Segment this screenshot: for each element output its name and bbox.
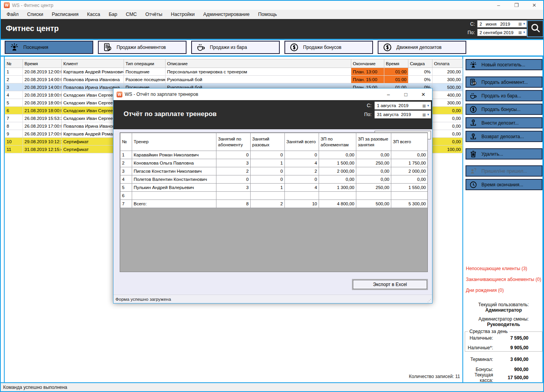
salary-col-header[interactable]: № bbox=[120, 133, 132, 151]
visits-col-header[interactable]: Тип операции bbox=[124, 59, 166, 68]
salary-col-header[interactable]: ЗП всего bbox=[391, 133, 428, 151]
visit-cell: 0,00 bbox=[432, 138, 463, 146]
make-deposit-button[interactable]: Внести депозит... bbox=[466, 117, 542, 128]
salary-cell: 2 bbox=[285, 167, 319, 175]
salary-row[interactable]: 6 bbox=[120, 192, 428, 200]
app-logo-icon: W bbox=[117, 92, 122, 97]
salary-row[interactable]: 7Всего:82104 800,00500,005 300,00 bbox=[120, 200, 428, 208]
link-expiring-subscriptions[interactable]: Заканчивающиеся абонементы (0) bbox=[466, 277, 541, 282]
dollar-icon bbox=[469, 105, 478, 114]
salary-col-header[interactable]: Занятий разовых bbox=[251, 133, 285, 151]
salary-col-header[interactable]: Занятий по абонементу bbox=[216, 133, 251, 151]
sell-bonuses-button[interactable]: Продать бонусы... bbox=[466, 104, 542, 115]
resize-grip[interactable]: ⋰ bbox=[427, 298, 431, 303]
visitor-icon bbox=[9, 42, 21, 52]
salary-cell: 1 550,00 bbox=[391, 184, 428, 192]
date-from-input[interactable]: 2 июня 2019 ▦ ▼ bbox=[477, 20, 527, 28]
visits-col-header[interactable]: № bbox=[5, 59, 23, 68]
salary-row[interactable]: 4Полетов Валентин Константинович0000,000… bbox=[120, 175, 428, 184]
salary-col-header[interactable]: Тренер bbox=[132, 133, 216, 151]
menu-item-bar[interactable]: Бар bbox=[105, 10, 122, 19]
new-visitor-button[interactable]: Новый посетитель... bbox=[466, 59, 542, 70]
visit-cell: Рукопашный бой bbox=[166, 76, 351, 83]
menu-item-schedules[interactable]: Расписания bbox=[47, 10, 83, 19]
menu-item-cashdesk[interactable]: Касса bbox=[83, 10, 105, 19]
tab-visits[interactable]: Посещения bbox=[5, 41, 93, 54]
restore-button[interactable]: ❐ bbox=[507, 1, 525, 10]
delete-button[interactable]: Удалить... bbox=[466, 148, 542, 160]
refund-deposit-button[interactable]: Возврат депозита... bbox=[466, 131, 542, 142]
visit-cell: 21.08.2019 18:00:0 bbox=[23, 107, 62, 114]
visit-cell: 6 bbox=[5, 107, 23, 114]
search-button[interactable] bbox=[527, 20, 544, 37]
close-button[interactable]: ✕ bbox=[525, 1, 543, 10]
visit-cell: 01:00 bbox=[384, 76, 408, 83]
visits-col-header[interactable]: Оплата bbox=[432, 59, 463, 68]
salary-col-header[interactable]: ЗП по абонементам bbox=[319, 133, 356, 151]
salary-cell: 0 bbox=[251, 167, 285, 175]
salary-row[interactable]: 3Пигасов Константин Николаевич2022 000,0… bbox=[120, 167, 428, 175]
menu-item-reports[interactable]: Отчёты bbox=[141, 10, 167, 19]
salary-cell: 2 bbox=[120, 159, 132, 167]
export-excel-button[interactable]: Экспорт в Excel bbox=[352, 279, 428, 290]
visit-row[interactable]: 220.08.2019 14:00:0Повалова Ирина Иванов… bbox=[5, 76, 463, 83]
fund-value: 9 905,00 bbox=[498, 345, 543, 350]
salary-cell: Пигасов Константин Николаевич bbox=[132, 167, 216, 175]
salary-cell: 1 750,00 bbox=[391, 159, 428, 167]
trash-icon bbox=[469, 149, 478, 159]
salary-row[interactable]: 1Каравайкин Роман Николаевич0000,000,000… bbox=[120, 151, 428, 159]
tab-bonus-sales[interactable]: Продажи бонусов bbox=[284, 41, 373, 54]
salary-row[interactable]: 5Пулькин Андрей Валерьевич3141 300,00250… bbox=[120, 184, 428, 192]
tab-deposit-movements[interactable]: Движения депозитов bbox=[378, 41, 466, 54]
button-label: Продать абонемент... bbox=[481, 80, 528, 85]
dialog-status-text: Форма успешно загружена bbox=[115, 297, 171, 302]
dialog-date-from-label: С: bbox=[362, 103, 371, 108]
salary-col-header[interactable]: ЗП за разовые занятия bbox=[356, 133, 391, 151]
salary-col-header[interactable]: Занятий всего bbox=[285, 133, 319, 151]
dialog-date-from-input[interactable]: 1 августа 2019 ▦ ▼ bbox=[375, 102, 431, 109]
visit-cell: 01:00 bbox=[384, 68, 408, 76]
dialog-maximize-button[interactable]: □ bbox=[397, 88, 415, 100]
dialog-title: WS - Отчёт по зарплате тренеров bbox=[125, 92, 198, 97]
dialog-minimize-button[interactable]: – bbox=[380, 88, 397, 100]
date-to-input[interactable]: 2 сентября 2019 ▦ ▼ bbox=[477, 29, 527, 36]
visit-cell: 300,00 bbox=[432, 76, 463, 83]
came-notcame-button[interactable]: Пришел/не пришел... bbox=[466, 165, 542, 177]
fund-row-out0: Терминал:3 690,00 bbox=[464, 356, 543, 363]
end-time-button[interactable]: Время окончания... bbox=[466, 179, 542, 190]
visits-col-header[interactable]: Время bbox=[384, 59, 408, 68]
sell-bar-button[interactable]: Продать из бара... bbox=[466, 90, 542, 101]
visits-col-header[interactable]: Скидка bbox=[408, 59, 432, 68]
minimize-button[interactable]: – bbox=[490, 1, 507, 10]
tab-subscription-sales[interactable]: Продажи абонементов bbox=[98, 41, 187, 54]
salary-row[interactable]: 2Коновалова Ольга Павловна3141 500,00250… bbox=[120, 159, 428, 167]
salary-cell: 0 bbox=[251, 175, 285, 184]
menu-item-file[interactable]: Файл bbox=[2, 10, 23, 19]
menu-item-sms[interactable]: СМС bbox=[122, 10, 141, 19]
dialog-close-button[interactable]: ✕ bbox=[415, 88, 432, 100]
salary-cell: 5 bbox=[120, 184, 132, 192]
salary-report-dialog: W WS - Отчёт по зарплате тренеров – □ ✕ … bbox=[113, 88, 432, 304]
sell-subscription-button[interactable]: Продать абонемент... bbox=[466, 76, 542, 88]
visit-cell: 200,00 bbox=[432, 68, 463, 76]
salary-cell bbox=[251, 192, 285, 200]
card-icon bbox=[103, 42, 114, 52]
visit-cell: 300,00 bbox=[432, 99, 463, 107]
link-non-visiting-clients[interactable]: Непосещающие клиенты (3) bbox=[466, 266, 527, 271]
salary-cell: 3 bbox=[216, 159, 251, 167]
menu-item-settings[interactable]: Настройки bbox=[167, 10, 199, 19]
visits-col-header[interactable]: Клиент bbox=[62, 59, 124, 68]
tab-bar-sales[interactable]: Продажи из бара bbox=[191, 41, 280, 54]
salary-cell: 0 bbox=[285, 175, 319, 184]
menu-item-help[interactable]: Помощь bbox=[254, 10, 281, 19]
visit-row[interactable]: 120.08.2019 12:00:0Карташев Андрей Роман… bbox=[5, 68, 463, 76]
dialog-titlebar[interactable]: W WS - Отчёт по зарплате тренеров – □ ✕ bbox=[113, 88, 432, 100]
menu-item-administration[interactable]: Администрирование bbox=[199, 10, 254, 19]
visits-col-header[interactable]: Описание bbox=[166, 59, 351, 68]
visits-col-header[interactable]: Окончание bbox=[351, 59, 384, 68]
dialog-date-to-input[interactable]: 31 августа 2019 ▦ ▼ bbox=[375, 111, 431, 118]
link-birthdays[interactable]: Дни рождения (0) bbox=[466, 288, 504, 293]
visits-col-header[interactable]: Время bbox=[23, 59, 62, 68]
menu-item-lists[interactable]: Списки bbox=[23, 10, 47, 19]
dollar-icon bbox=[289, 42, 301, 52]
